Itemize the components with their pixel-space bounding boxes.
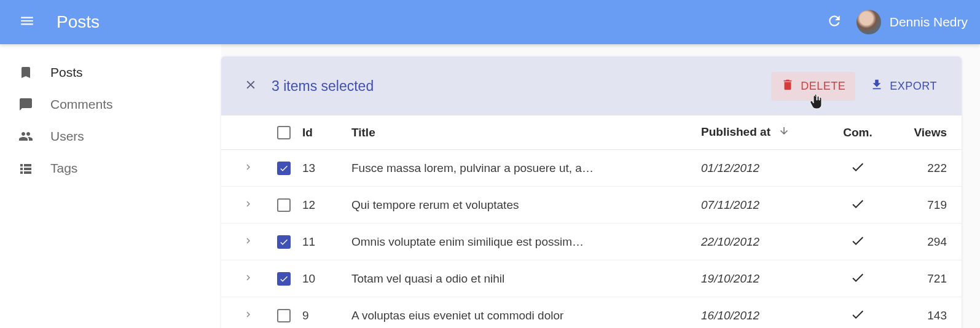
hamburger-menu-button[interactable] — [18, 14, 36, 31]
sidebar-item-tags[interactable]: Tags — [0, 152, 221, 184]
hamburger-icon — [19, 13, 35, 31]
sidebar: Posts Comments Users Tags — [0, 44, 221, 328]
check-icon — [850, 197, 865, 214]
list-icon — [17, 160, 34, 177]
sidebar-item-comments[interactable]: Comments — [0, 88, 221, 120]
cell-published: 16/10/2012 — [701, 309, 824, 322]
cell-views: 143 — [892, 309, 947, 322]
chevron-right-icon — [243, 162, 254, 175]
cell-views: 721 — [892, 272, 947, 286]
table-row[interactable]: 9A voluptas eius eveniet ut commodi dolo… — [221, 297, 962, 328]
sidebar-item-label: Posts — [50, 65, 83, 80]
table-header-row: Id Title Published at Com. Views — [221, 115, 962, 150]
chevron-right-icon — [243, 235, 254, 249]
trash-icon — [781, 78, 801, 95]
cell-id: 10 — [302, 272, 351, 286]
clear-selection-button[interactable] — [240, 75, 262, 97]
bookmark-icon — [17, 64, 34, 81]
page-title: Posts — [57, 12, 100, 32]
cell-published: 07/11/2012 — [701, 198, 824, 212]
sidebar-item-label: Tags — [50, 161, 77, 176]
people-icon — [17, 128, 34, 145]
download-icon — [870, 78, 890, 95]
cell-published: 22/10/2012 — [701, 235, 824, 249]
cell-commentable — [824, 160, 892, 177]
expand-row-button[interactable] — [231, 235, 265, 249]
expand-row-button[interactable] — [231, 309, 265, 322]
cell-id: 13 — [302, 162, 351, 175]
cell-id: 11 — [302, 235, 351, 249]
cell-published: 19/10/2012 — [701, 272, 824, 286]
posts-table: Id Title Published at Com. Views 13Fusce… — [221, 115, 962, 328]
user-name: Dennis Nedry — [890, 15, 968, 29]
bulk-action-toolbar: 3 items selected DELETE — [221, 57, 962, 115]
cell-views: 719 — [892, 198, 947, 212]
table-row[interactable]: 11Omnis voluptate enim similique est pos… — [221, 224, 962, 260]
refresh-icon — [826, 13, 842, 31]
expand-row-button[interactable] — [231, 198, 265, 212]
sort-desc-icon — [778, 126, 790, 139]
check-icon — [850, 233, 865, 251]
avatar — [857, 10, 881, 34]
row-checkbox[interactable] — [277, 235, 291, 249]
export-label: EXPORT — [890, 80, 937, 93]
export-button[interactable]: EXPORT — [860, 72, 947, 101]
chevron-right-icon — [243, 272, 254, 286]
row-checkbox[interactable] — [277, 272, 291, 286]
check-icon — [850, 307, 865, 324]
sidebar-item-users[interactable]: Users — [0, 120, 221, 152]
expand-row-button[interactable] — [231, 162, 265, 175]
row-checkbox[interactable] — [277, 162, 291, 175]
expand-row-button[interactable] — [231, 272, 265, 286]
column-header-com[interactable]: Com. — [824, 126, 892, 139]
delete-button[interactable]: DELETE — [771, 72, 855, 101]
cell-commentable — [824, 307, 892, 324]
chevron-right-icon — [243, 198, 254, 212]
user-profile-button[interactable]: Dennis Nedry — [857, 10, 968, 34]
cell-commentable — [824, 233, 892, 251]
row-checkbox[interactable] — [277, 198, 291, 212]
table-row[interactable]: 13Fusce massa lorem, pulvinar a posuere … — [221, 150, 962, 187]
table-row[interactable]: 12Qui tempore rerum et voluptates07/11/2… — [221, 187, 962, 224]
select-all-checkbox[interactable] — [277, 126, 291, 139]
column-header-title[interactable]: Title — [351, 126, 701, 139]
check-icon — [850, 160, 865, 177]
cell-id: 9 — [302, 309, 351, 322]
cell-commentable — [824, 270, 892, 287]
table-row[interactable]: 10Totam vel quasi a odio et nihil19/10/2… — [221, 260, 962, 297]
chat-icon — [17, 96, 34, 113]
cell-title: Totam vel quasi a odio et nihil — [351, 272, 701, 286]
data-card: 3 items selected DELETE — [221, 57, 962, 328]
cell-title: Omnis voluptate enim similique est possi… — [351, 235, 701, 249]
selection-count-text: 3 items selected — [272, 78, 374, 95]
column-header-id[interactable]: Id — [302, 126, 351, 139]
sidebar-item-label: Users — [50, 129, 84, 144]
check-icon — [850, 270, 865, 287]
cell-title: Qui tempore rerum et voluptates — [351, 198, 701, 212]
cell-title: A voluptas eius eveniet ut commodi dolor — [351, 309, 701, 322]
column-header-views[interactable]: Views — [892, 126, 947, 139]
cell-id: 12 — [302, 198, 351, 212]
row-checkbox[interactable] — [277, 309, 291, 322]
chevron-right-icon — [243, 309, 254, 322]
appbar: Posts Dennis Nedry — [0, 0, 980, 44]
sidebar-item-label: Comments — [50, 97, 113, 112]
cell-title: Fusce massa lorem, pulvinar a posuere ut… — [351, 162, 701, 175]
close-icon — [244, 78, 257, 94]
cell-views: 294 — [892, 235, 947, 249]
delete-label: DELETE — [801, 80, 845, 93]
cell-published: 01/12/2012 — [701, 162, 824, 175]
column-header-published[interactable]: Published at — [701, 125, 824, 139]
cell-commentable — [824, 197, 892, 214]
sidebar-item-posts[interactable]: Posts — [0, 57, 221, 88]
cell-views: 222 — [892, 162, 947, 175]
refresh-button[interactable] — [822, 10, 847, 34]
